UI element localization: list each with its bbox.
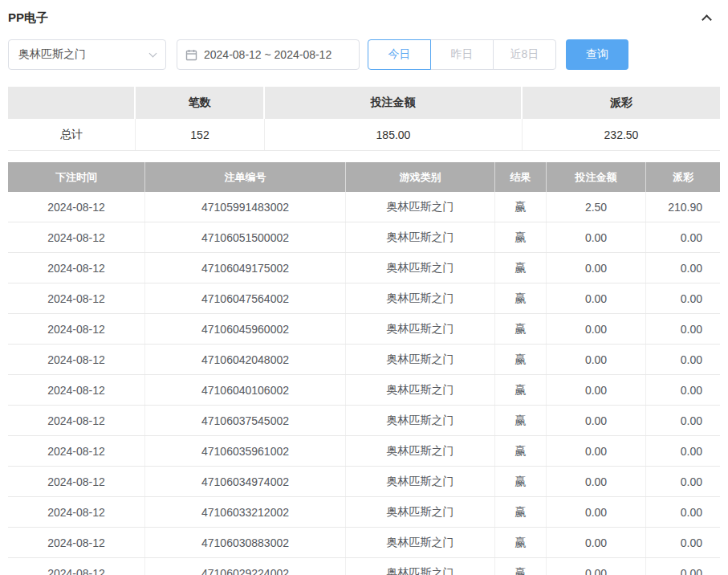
table-row: 2024-08-12 47106045960002 奥林匹斯之门 赢 0.00 … (8, 314, 720, 345)
cell-bet-id: 47106047564002 (145, 283, 346, 313)
cell-payout: 0.00 (646, 314, 720, 344)
cell-bet-amount: 0.00 (547, 497, 646, 527)
today-button[interactable]: 今日 (368, 39, 431, 70)
cell-payout: 0.00 (646, 375, 720, 405)
page-title: PP电子 (8, 10, 48, 26)
cell-bet-time: 2024-08-12 (8, 497, 145, 527)
summary-header-count: 笔数 (136, 87, 265, 119)
cell-game-category: 奥林匹斯之门 (346, 314, 495, 344)
header-bet-id: 注单编号 (145, 162, 346, 192)
cell-bet-amount: 0.00 (547, 314, 646, 344)
table-row: 2024-08-12 47106033212002 奥林匹斯之门 赢 0.00 … (8, 497, 720, 528)
cell-game-category: 奥林匹斯之门 (346, 406, 495, 435)
cell-bet-id: 47106033212002 (145, 497, 346, 527)
table-row: 2024-08-12 47106034974002 奥林匹斯之门 赢 0.00 … (8, 467, 720, 497)
cell-bet-id: 47106051500002 (145, 222, 346, 252)
cell-game-category: 奥林匹斯之门 (346, 467, 495, 496)
summary-header-payout: 派彩 (523, 87, 720, 119)
last-8-days-button[interactable]: 近8日 (493, 39, 556, 70)
cell-bet-amount: 2.50 (547, 192, 646, 222)
cell-bet-amount: 0.00 (547, 375, 646, 405)
cell-game-category: 奥林匹斯之门 (346, 375, 495, 405)
chevron-down-icon (149, 50, 157, 58)
cell-bet-id: 47106042048002 (145, 345, 346, 374)
cell-game-category: 奥林匹斯之门 (346, 253, 495, 283)
cell-result: 赢 (495, 375, 547, 405)
cell-result: 赢 (495, 345, 547, 374)
cell-bet-time: 2024-08-12 (8, 222, 145, 252)
cell-game-category: 奥林匹斯之门 (346, 436, 495, 466)
cell-payout: 210.90 (646, 192, 720, 222)
panel-header: PP电子 (0, 0, 728, 29)
table-row: 2024-08-12 47106047564002 奥林匹斯之门 赢 0.00 … (8, 283, 720, 314)
cell-result: 赢 (495, 467, 547, 496)
cell-game-category: 奥林匹斯之门 (346, 558, 495, 575)
records-body: 2024-08-12 47105991483002 奥林匹斯之门 赢 2.50 … (8, 192, 720, 575)
cell-bet-id: 47106037545002 (145, 406, 346, 435)
table-row: 2024-08-12 47106030883002 奥林匹斯之门 赢 0.00 … (8, 528, 720, 558)
cell-payout: 0.00 (646, 283, 720, 313)
table-row: 2024-08-12 47106035961002 奥林匹斯之门 赢 0.00 … (8, 436, 720, 467)
cell-result: 赢 (495, 558, 547, 575)
table-row: 2024-08-12 47106051500002 奥林匹斯之门 赢 0.00 … (8, 222, 720, 253)
summary-total-payout: 232.50 (523, 119, 720, 150)
summary-total-label: 总计 (8, 119, 136, 150)
table-row: 2024-08-12 47106040106002 奥林匹斯之门 赢 0.00 … (8, 375, 720, 406)
cell-result: 赢 (495, 528, 547, 557)
cell-payout: 0.00 (646, 222, 720, 252)
header-bet-time: 下注时间 (8, 162, 145, 192)
cell-game-category: 奥林匹斯之门 (346, 283, 495, 313)
table-row: 2024-08-12 47106029224002 奥林匹斯之门 赢 0.00 … (8, 558, 720, 575)
cell-bet-amount: 0.00 (547, 436, 646, 466)
cell-game-category: 奥林匹斯之门 (346, 497, 495, 527)
game-select[interactable]: 奥林匹斯之门 (8, 39, 166, 70)
chevron-up-icon (702, 14, 712, 25)
cell-payout: 0.00 (646, 467, 720, 496)
collapse-button[interactable] (699, 10, 714, 25)
cell-payout: 0.00 (646, 345, 720, 374)
date-range-picker[interactable]: 2024-08-12 ~ 2024-08-12 (177, 39, 360, 70)
summary-table: 笔数 投注金额 派彩 总计 152 185.00 232.50 (8, 87, 720, 151)
table-row: 2024-08-12 47106037545002 奥林匹斯之门 赢 0.00 … (8, 406, 720, 436)
cell-bet-time: 2024-08-12 (8, 345, 145, 374)
calendar-icon (185, 49, 197, 61)
cell-bet-amount: 0.00 (547, 283, 646, 313)
cell-payout: 0.00 (646, 497, 720, 527)
summary-total-count: 152 (136, 119, 265, 150)
cell-bet-id: 47106034974002 (145, 467, 346, 496)
cell-result: 赢 (495, 192, 547, 222)
cell-bet-id: 47106040106002 (145, 375, 346, 405)
cell-game-category: 奥林匹斯之门 (346, 345, 495, 374)
records-header-row: 下注时间 注单编号 游戏类别 结果 投注金额 派彩 (8, 162, 720, 192)
yesterday-button[interactable]: 昨日 (430, 39, 494, 70)
cell-bet-time: 2024-08-12 (8, 253, 145, 283)
summary-total-row: 总计 152 185.00 232.50 (8, 119, 720, 151)
summary-header-blank (8, 87, 136, 119)
cell-result: 赢 (495, 222, 547, 252)
cell-bet-time: 2024-08-12 (8, 406, 145, 435)
cell-bet-amount: 0.00 (547, 558, 646, 575)
header-bet-amount: 投注金额 (547, 162, 646, 192)
cell-payout: 0.00 (646, 406, 720, 435)
header-game-category: 游戏类别 (346, 162, 495, 192)
cell-bet-time: 2024-08-12 (8, 528, 145, 557)
cell-bet-time: 2024-08-12 (8, 558, 145, 575)
table-row: 2024-08-12 47105991483002 奥林匹斯之门 赢 2.50 … (8, 192, 720, 222)
cell-result: 赢 (495, 283, 547, 313)
pp-electronic-panel: PP电子 奥林匹斯之门 2024-08-12 ~ 2024-08-12 今日 昨… (0, 0, 728, 575)
table-row: 2024-08-12 47106049175002 奥林匹斯之门 赢 0.00 … (8, 253, 720, 283)
cell-payout: 0.00 (646, 558, 720, 575)
cell-bet-time: 2024-08-12 (8, 436, 145, 466)
query-button[interactable]: 查询 (566, 39, 628, 70)
cell-bet-amount: 0.00 (547, 467, 646, 496)
header-result: 结果 (495, 162, 547, 192)
cell-bet-amount: 0.00 (547, 345, 646, 374)
cell-bet-time: 2024-08-12 (8, 283, 145, 313)
cell-game-category: 奥林匹斯之门 (346, 222, 495, 252)
cell-bet-amount: 0.00 (547, 253, 646, 283)
cell-bet-amount: 0.00 (547, 406, 646, 435)
cell-result: 赢 (495, 497, 547, 527)
cell-payout: 0.00 (646, 528, 720, 557)
cell-payout: 0.00 (646, 253, 720, 283)
cell-bet-time: 2024-08-12 (8, 467, 145, 496)
